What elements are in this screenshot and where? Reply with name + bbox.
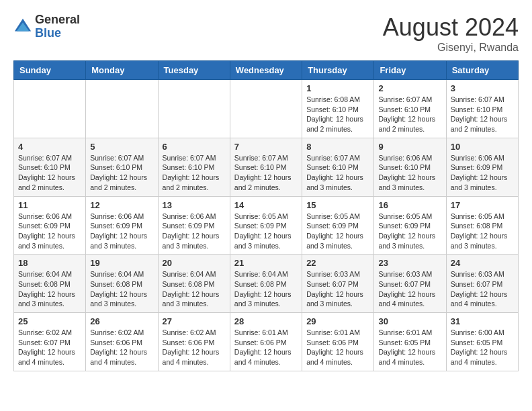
logo-icon	[13, 17, 32, 36]
day-info: Sunrise: 6:06 AMSunset: 6:09 PMDaylight:…	[451, 153, 514, 193]
day-info: Sunrise: 6:07 AMSunset: 6:10 PMDaylight:…	[451, 95, 514, 134]
table-row: 3Sunrise: 6:07 AMSunset: 6:10 PMDaylight…	[446, 80, 518, 138]
table-row: 2Sunrise: 6:07 AMSunset: 6:10 PMDaylight…	[374, 80, 446, 138]
day-number: 25	[18, 316, 81, 326]
table-row: 28Sunrise: 6:01 AMSunset: 6:06 PMDayligh…	[230, 313, 302, 371]
day-info: Sunrise: 6:06 AMSunset: 6:09 PMDaylight:…	[163, 212, 226, 251]
table-row: 7Sunrise: 6:07 AMSunset: 6:10 PMDaylight…	[230, 138, 302, 196]
day-info: Sunrise: 6:04 AMSunset: 6:08 PMDaylight:…	[90, 269, 153, 309]
day-info: Sunrise: 6:05 AMSunset: 6:09 PMDaylight:…	[378, 212, 441, 251]
month-title: August 2024	[383, 13, 519, 42]
table-row: 17Sunrise: 6:05 AMSunset: 6:08 PMDayligh…	[446, 196, 518, 255]
calendar-table: Sunday Monday Tuesday Wednesday Thursday…	[13, 60, 519, 371]
day-info: Sunrise: 6:01 AMSunset: 6:05 PMDaylight:…	[378, 328, 441, 367]
table-row: 4Sunrise: 6:07 AMSunset: 6:10 PMDaylight…	[14, 138, 86, 196]
table-row: 10Sunrise: 6:06 AMSunset: 6:09 PMDayligh…	[446, 138, 518, 196]
day-info: Sunrise: 6:06 AMSunset: 6:09 PMDaylight:…	[18, 212, 81, 251]
day-info: Sunrise: 6:05 AMSunset: 6:09 PMDaylight:…	[234, 212, 298, 251]
day-number: 9	[378, 142, 441, 152]
table-row: 1Sunrise: 6:08 AMSunset: 6:10 PMDaylight…	[302, 80, 374, 138]
table-row: 19Sunrise: 6:04 AMSunset: 6:08 PMDayligh…	[86, 255, 158, 313]
title-block: August 2024 Gisenyi, Rwanda	[383, 13, 519, 54]
day-info: Sunrise: 6:05 AMSunset: 6:08 PMDaylight:…	[451, 212, 514, 251]
day-info: Sunrise: 6:02 AMSunset: 6:07 PMDaylight:…	[18, 328, 81, 367]
table-row: 13Sunrise: 6:06 AMSunset: 6:09 PMDayligh…	[158, 196, 230, 255]
day-number: 13	[163, 200, 226, 210]
week-row-1: 4Sunrise: 6:07 AMSunset: 6:10 PMDaylight…	[14, 138, 519, 196]
day-number: 10	[451, 142, 514, 152]
day-number: 12	[90, 200, 153, 210]
day-number: 8	[306, 142, 369, 152]
day-number: 19	[90, 258, 153, 268]
day-info: Sunrise: 6:02 AMSunset: 6:06 PMDaylight:…	[163, 328, 226, 367]
table-row: 6Sunrise: 6:07 AMSunset: 6:10 PMDaylight…	[158, 138, 230, 196]
table-row: 8Sunrise: 6:07 AMSunset: 6:10 PMDaylight…	[302, 138, 374, 196]
day-info: Sunrise: 6:01 AMSunset: 6:06 PMDaylight:…	[306, 328, 369, 367]
day-info: Sunrise: 6:07 AMSunset: 6:10 PMDaylight:…	[378, 95, 441, 134]
day-info: Sunrise: 6:03 AMSunset: 6:07 PMDaylight:…	[451, 269, 514, 309]
day-number: 21	[234, 258, 298, 268]
day-info: Sunrise: 6:04 AMSunset: 6:08 PMDaylight:…	[18, 269, 81, 309]
day-number: 24	[451, 258, 514, 268]
table-row: 18Sunrise: 6:04 AMSunset: 6:08 PMDayligh…	[14, 255, 86, 313]
day-info: Sunrise: 6:07 AMSunset: 6:10 PMDaylight:…	[306, 153, 369, 193]
day-number: 1	[306, 83, 369, 93]
week-row-0: 1Sunrise: 6:08 AMSunset: 6:10 PMDaylight…	[14, 80, 519, 138]
day-info: Sunrise: 6:07 AMSunset: 6:10 PMDaylight:…	[90, 153, 153, 193]
day-info: Sunrise: 6:03 AMSunset: 6:07 PMDaylight:…	[306, 269, 369, 309]
day-number: 20	[163, 258, 226, 268]
table-row: 11Sunrise: 6:06 AMSunset: 6:09 PMDayligh…	[14, 196, 86, 255]
col-tuesday: Tuesday	[158, 61, 230, 80]
table-row: 29Sunrise: 6:01 AMSunset: 6:06 PMDayligh…	[302, 313, 374, 371]
table-row	[158, 80, 230, 138]
table-row: 12Sunrise: 6:06 AMSunset: 6:09 PMDayligh…	[86, 196, 158, 255]
week-row-2: 11Sunrise: 6:06 AMSunset: 6:09 PMDayligh…	[14, 196, 519, 255]
col-monday: Monday	[86, 61, 158, 80]
col-sunday: Sunday	[14, 61, 86, 80]
logo: General Blue	[13, 13, 80, 40]
logo-blue: Blue	[35, 27, 80, 40]
table-row: 22Sunrise: 6:03 AMSunset: 6:07 PMDayligh…	[302, 255, 374, 313]
day-info: Sunrise: 6:04 AMSunset: 6:08 PMDaylight:…	[163, 269, 226, 309]
day-info: Sunrise: 6:08 AMSunset: 6:10 PMDaylight:…	[306, 95, 369, 134]
table-row: 24Sunrise: 6:03 AMSunset: 6:07 PMDayligh…	[446, 255, 518, 313]
day-number: 26	[90, 316, 153, 326]
table-row: 30Sunrise: 6:01 AMSunset: 6:05 PMDayligh…	[374, 313, 446, 371]
day-number: 7	[234, 142, 298, 152]
day-number: 3	[451, 83, 514, 93]
day-info: Sunrise: 6:07 AMSunset: 6:10 PMDaylight:…	[234, 153, 298, 193]
logo-text: General Blue	[35, 13, 80, 40]
week-row-4: 25Sunrise: 6:02 AMSunset: 6:07 PMDayligh…	[14, 313, 519, 371]
day-info: Sunrise: 6:07 AMSunset: 6:10 PMDaylight:…	[163, 153, 226, 193]
location: Gisenyi, Rwanda	[383, 42, 519, 54]
day-info: Sunrise: 6:00 AMSunset: 6:05 PMDaylight:…	[451, 328, 514, 367]
day-info: Sunrise: 6:06 AMSunset: 6:10 PMDaylight:…	[378, 153, 441, 193]
table-row	[230, 80, 302, 138]
table-row: 25Sunrise: 6:02 AMSunset: 6:07 PMDayligh…	[14, 313, 86, 371]
day-number: 29	[306, 316, 369, 326]
table-row: 14Sunrise: 6:05 AMSunset: 6:09 PMDayligh…	[230, 196, 302, 255]
table-row: 26Sunrise: 6:02 AMSunset: 6:06 PMDayligh…	[86, 313, 158, 371]
day-number: 4	[18, 142, 81, 152]
table-row: 20Sunrise: 6:04 AMSunset: 6:08 PMDayligh…	[158, 255, 230, 313]
col-friday: Friday	[374, 61, 446, 80]
day-info: Sunrise: 6:02 AMSunset: 6:06 PMDaylight:…	[90, 328, 153, 367]
table-row: 21Sunrise: 6:04 AMSunset: 6:08 PMDayligh…	[230, 255, 302, 313]
table-row: 5Sunrise: 6:07 AMSunset: 6:10 PMDaylight…	[86, 138, 158, 196]
table-row: 27Sunrise: 6:02 AMSunset: 6:06 PMDayligh…	[158, 313, 230, 371]
col-thursday: Thursday	[302, 61, 374, 80]
day-number: 17	[451, 200, 514, 210]
calendar-header-row: Sunday Monday Tuesday Wednesday Thursday…	[14, 61, 519, 80]
day-info: Sunrise: 6:01 AMSunset: 6:06 PMDaylight:…	[234, 328, 298, 367]
day-number: 22	[306, 258, 369, 268]
day-number: 15	[306, 200, 369, 210]
day-info: Sunrise: 6:03 AMSunset: 6:07 PMDaylight:…	[378, 269, 441, 309]
logo-general: General	[35, 13, 80, 27]
table-row	[86, 80, 158, 138]
day-number: 6	[163, 142, 226, 152]
day-number: 11	[18, 200, 81, 210]
day-info: Sunrise: 6:06 AMSunset: 6:09 PMDaylight:…	[90, 212, 153, 251]
day-info: Sunrise: 6:07 AMSunset: 6:10 PMDaylight:…	[18, 153, 81, 193]
col-saturday: Saturday	[446, 61, 518, 80]
day-number: 27	[163, 316, 226, 326]
